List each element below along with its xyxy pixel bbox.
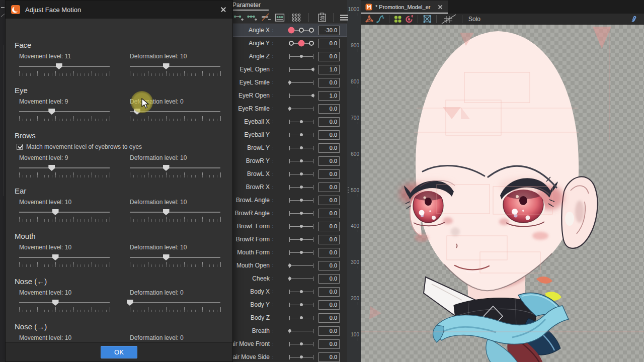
parameter-row[interactable]: EyeR Open : 1.0 — [226, 89, 347, 102]
parameter-value-field[interactable]: 0.0 — [318, 39, 340, 48]
curve-tool-icon[interactable] — [376, 15, 385, 24]
parameter-slider[interactable] — [289, 172, 313, 176]
parameter-handle[interactable] — [300, 355, 303, 358]
parameter-value-field[interactable]: 0.0 — [318, 130, 340, 140]
slider-track[interactable] — [130, 257, 220, 258]
deformation-slider[interactable] — [130, 164, 220, 171]
parameter-slider[interactable] — [289, 133, 313, 137]
parameter-slider[interactable] — [289, 211, 313, 216]
parameter-row[interactable]: Angle Y : 0.0 — [226, 37, 347, 50]
slider-track[interactable] — [130, 167, 220, 168]
key-grid-icon[interactable] — [291, 13, 301, 22]
parameter-row[interactable]: BrowL Angle : 0.0 — [226, 194, 347, 207]
parameter-slider[interactable] — [289, 290, 313, 294]
parameter-row[interactable]: BrowR Y : 0.0 — [226, 154, 347, 167]
parameter-slider[interactable] — [289, 24, 313, 37]
parameter-handle[interactable] — [288, 81, 291, 84]
parameter-row[interactable]: EyeL Open : 1.0 — [226, 63, 347, 76]
keypoint[interactable] — [289, 41, 294, 46]
parameter-slider[interactable] — [289, 316, 313, 320]
parameter-handle[interactable] — [300, 146, 303, 149]
parameter-row[interactable]: Hair Move Side : 0.0 — [226, 350, 347, 362]
parameter-handle[interactable] — [300, 342, 303, 345]
parameter-value-field[interactable]: 0.0 — [318, 52, 340, 61]
menu-icon[interactable] — [340, 14, 349, 21]
parameter-value-field[interactable]: 0.0 — [318, 117, 340, 127]
parameter-slider[interactable] — [289, 250, 313, 255]
parameter-slider[interactable] — [289, 94, 313, 98]
slider-track[interactable] — [130, 212, 220, 213]
parameter-row[interactable]: Breath : 0.0 — [226, 324, 347, 337]
movement-slider[interactable] — [19, 209, 110, 216]
parameter-value-field[interactable]: 0.0 — [318, 352, 340, 362]
parameter-handle[interactable] — [300, 172, 303, 175]
parameter-value-field[interactable]: 0.0 — [318, 235, 340, 244]
slider-thumb[interactable] — [48, 109, 55, 115]
parameter-handle[interactable] — [311, 68, 314, 71]
grid-deformer-icon[interactable] — [393, 15, 403, 24]
slider-thumb[interactable] — [163, 165, 170, 171]
parameter-row[interactable]: Mouth Open : 0.0 — [226, 259, 347, 272]
keyform-box-icon[interactable] — [275, 13, 285, 22]
parameter-row[interactable]: Cheek : 0.0 — [226, 272, 347, 285]
parameter-slider[interactable] — [289, 355, 313, 359]
dialog-titlebar[interactable]: Adjust Face Motion — [6, 1, 232, 19]
parameter-row[interactable]: BrowL Form : 0.0 — [226, 220, 347, 233]
model-canvas[interactable] — [361, 25, 644, 362]
clipboard-icon[interactable] — [317, 13, 327, 23]
slider-track[interactable] — [19, 257, 110, 258]
parameter-value-field[interactable]: 0.0 — [318, 313, 340, 323]
parameter-row[interactable]: BrowL Y : 0.0 — [226, 141, 347, 154]
checkbox-icon[interactable] — [17, 144, 23, 150]
movement-slider[interactable] — [19, 63, 110, 70]
parameter-row[interactable]: Body Y : 0.0 — [226, 298, 347, 311]
parameter-value-field[interactable]: 0.0 — [318, 326, 340, 336]
parameter-handle[interactable] — [300, 290, 303, 293]
parameter-handle[interactable] — [300, 238, 303, 241]
parameter-handle[interactable] — [300, 212, 303, 215]
deformation-slider[interactable] — [130, 254, 220, 261]
parameter-value-field[interactable]: 0.0 — [318, 196, 340, 205]
parameter-slider[interactable] — [289, 185, 313, 190]
parameter-slider[interactable] — [289, 107, 313, 111]
deformation-slider[interactable] — [130, 63, 220, 70]
add-2-point-key-icon[interactable] — [233, 13, 244, 22]
parameter-slider[interactable] — [289, 224, 313, 229]
keypoint[interactable] — [309, 41, 314, 46]
slider-thumb[interactable] — [163, 209, 170, 215]
parameter-slider[interactable] — [289, 277, 313, 281]
slider-thumb[interactable] — [52, 254, 59, 260]
slider-track[interactable] — [130, 66, 220, 67]
dialog-close-icon[interactable] — [219, 6, 227, 14]
parameter-slider[interactable] — [289, 146, 313, 150]
parameter-slider[interactable] — [289, 159, 313, 163]
parameter-handle[interactable] — [300, 159, 303, 162]
parameter-row[interactable]: Body Z : 0.0 — [226, 311, 347, 324]
parameter-row[interactable]: Mouth Form : 0.0 — [226, 246, 347, 259]
parameter-slider[interactable] — [289, 67, 313, 72]
parameter-value-field[interactable]: 0.0 — [318, 78, 340, 87]
parameter-row[interactable]: Eyeball X : 0.0 — [226, 115, 347, 128]
parameter-row[interactable]: EyeL Smile : 0.0 — [226, 76, 347, 89]
tab-parameter[interactable]: Parameter — [232, 2, 261, 9]
parameter-value-field[interactable]: 0.0 — [318, 300, 340, 310]
parameter-slider[interactable] — [289, 237, 313, 242]
slider-thumb[interactable] — [52, 300, 59, 306]
brows-match-checkbox[interactable]: Match movement level of eyebrows to eyes — [17, 143, 142, 150]
movement-slider[interactable] — [19, 164, 110, 171]
slider-thumb[interactable] — [134, 109, 140, 115]
parameter-slider[interactable] — [289, 37, 313, 50]
parameter-value-field[interactable]: 0.0 — [318, 169, 340, 179]
deformation-slider[interactable] — [130, 299, 220, 306]
snap-grid-icon[interactable] — [441, 14, 458, 24]
parameter-slider[interactable] — [289, 263, 313, 268]
tab-promotion-model[interactable]: * Promotion_Model_er — [361, 1, 448, 14]
parameter-handle[interactable] — [311, 94, 314, 97]
mesh-edit-icon[interactable] — [364, 15, 374, 24]
slider-track[interactable] — [130, 111, 220, 112]
slider-track[interactable] — [19, 111, 110, 112]
parameter-handle[interactable] — [288, 277, 291, 280]
parameter-slider[interactable] — [289, 303, 313, 307]
transform-box-icon[interactable] — [422, 15, 432, 24]
parameter-slider[interactable] — [289, 342, 313, 346]
